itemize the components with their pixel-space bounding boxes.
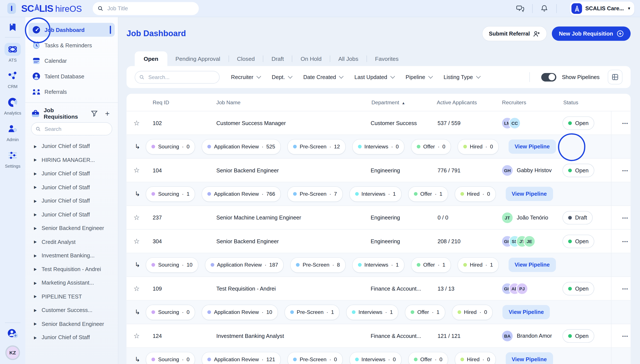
tab-pending-approval[interactable]: Pending Approval — [167, 56, 228, 62]
stage-chip-sourcing[interactable]: Sourcing·1 — [146, 186, 195, 202]
stage-chip-interviews[interactable]: Interviews·0 — [349, 352, 402, 364]
requisition-list-item[interactable]: ▶Senior Backend Engineer — [25, 317, 118, 331]
stage-chip-sourcing[interactable]: Sourcing·0 — [146, 139, 195, 154]
sidebar-item-calendar[interactable]: Calendar — [29, 54, 115, 68]
stage-chip-pre-screen[interactable]: Pre-Screen·8 — [290, 257, 346, 272]
table-row[interactable]: ☆ 304 Senior Backend Engineer Engineerin… — [126, 230, 630, 253]
job-name[interactable]: Senior Backend Engineer — [216, 167, 279, 174]
bookmark-icon[interactable] — [9, 23, 17, 32]
stage-chip-application-review[interactable]: Application Review·10 — [202, 304, 278, 320]
view-pipeline-button[interactable]: View Pipeline — [506, 352, 553, 364]
table-search-input[interactable] — [147, 74, 215, 80]
table-row[interactable]: ☆ 102 Customer Success Manager Customer … — [126, 111, 630, 135]
expand-caret-icon[interactable]: ▶ — [34, 199, 37, 203]
stage-chip-sourcing[interactable]: Sourcing·10 — [146, 257, 198, 272]
add-requisition-button[interactable]: + — [103, 109, 112, 118]
view-pipeline-button[interactable]: View Pipeline — [508, 258, 556, 272]
rail-item-settings[interactable]: Settings — [5, 149, 21, 168]
last-updated-filter-dropdown[interactable]: Last Updated — [355, 74, 394, 80]
stage-chip-application-review[interactable]: Application Review·187 — [205, 257, 284, 272]
expand-caret-icon[interactable]: ▶ — [34, 240, 37, 244]
tab-on-hold[interactable]: On Hold — [292, 56, 330, 62]
more-menu-button[interactable]: ••• — [616, 121, 631, 125]
expand-caret-icon[interactable]: ▶ — [34, 254, 37, 258]
job-title-search-input[interactable] — [107, 5, 193, 12]
sort-asc-icon[interactable]: ▲ — [402, 101, 405, 105]
requisition-list-item[interactable]: ▶HIRING MANAGER... — [25, 153, 118, 167]
tab-favorites[interactable]: Favorites — [367, 56, 407, 62]
requisition-list-item[interactable]: ▶Customer Success... — [25, 304, 118, 317]
expand-caret-icon[interactable]: ▶ — [34, 267, 37, 271]
requisition-list-item[interactable]: ▶Test Requisition - Andrei — [25, 262, 118, 276]
favorite-star-icon[interactable]: ☆ — [134, 237, 140, 246]
col-job-name[interactable]: Job Name — [216, 99, 240, 106]
account-switcher[interactable]: SCALIS Care... ▾ — [570, 2, 634, 16]
requisition-list-item[interactable]: ▶Senior Backend Engineer — [25, 222, 118, 235]
stage-chip-interviews[interactable]: Interviews·1 — [349, 186, 402, 202]
stage-chip-hired[interactable]: Hired·0 — [455, 186, 496, 202]
stage-chip-hired[interactable]: Hired·0 — [455, 352, 496, 364]
tab-closed[interactable]: Closed — [229, 56, 263, 62]
sidebar-item-talent-database[interactable]: Talent Database — [29, 69, 115, 83]
favorite-star-icon[interactable]: ☆ — [134, 166, 140, 174]
notifications-bell-icon[interactable] — [539, 3, 550, 14]
tab-open[interactable]: Open — [135, 52, 167, 66]
job-name[interactable]: Customer Success Manager — [216, 120, 286, 126]
stage-chip-offer[interactable]: Offer·0 — [411, 139, 451, 154]
requisition-list-item[interactable]: ▶Junior Chief of Staff — [25, 330, 118, 344]
messages-icon[interactable] — [515, 3, 526, 14]
expand-caret-icon[interactable]: ▶ — [34, 308, 37, 312]
requisition-list-item[interactable]: ▶Junior Chief of Staff — [25, 140, 118, 153]
filter-funnel-icon[interactable] — [90, 109, 99, 118]
listing-type-filter-dropdown[interactable]: Listing Type — [443, 74, 480, 80]
requisition-list-item[interactable]: ▶Marketing Assistant... — [25, 276, 118, 290]
sidebar-collapse-button[interactable] — [7, 3, 16, 14]
date-created-filter-dropdown[interactable]: Date Created — [303, 74, 343, 80]
col-status[interactable]: Status — [563, 99, 578, 106]
stage-chip-interviews[interactable]: Interviews·1 — [352, 257, 405, 272]
job-name[interactable]: Senior Backend Engineer — [216, 238, 279, 244]
tab-all-jobs[interactable]: All Jobs — [330, 56, 367, 62]
expand-caret-icon[interactable]: ▶ — [34, 281, 37, 285]
dept-filter-dropdown[interactable]: Dept. — [272, 74, 292, 80]
rail-item-admin[interactable]: Admin — [5, 122, 21, 142]
col-department[interactable]: Department▲ — [372, 99, 405, 106]
favorite-star-icon[interactable]: ☆ — [134, 118, 140, 127]
new-job-requisition-button[interactable]: New Job Requisition — [552, 26, 630, 41]
col-req-id[interactable]: Req ID — [153, 99, 169, 106]
requisition-list-item[interactable]: ▶PIPELINE TEST — [25, 290, 118, 304]
stage-chip-offer[interactable]: Offer·1 — [405, 304, 445, 320]
stage-chip-interviews[interactable]: Interviews·0 — [352, 139, 405, 154]
add-user-icon[interactable] — [7, 328, 18, 339]
more-menu-button[interactable]: ••• — [616, 215, 631, 220]
pipeline-filter-dropdown[interactable]: Pipeline — [406, 74, 432, 80]
stage-chip-pre-screen[interactable]: Pre-Screen·7 — [287, 186, 343, 202]
stage-chip-sourcing[interactable]: Sourcing·0 — [146, 304, 195, 320]
table-search[interactable] — [135, 71, 219, 83]
more-menu-button[interactable]: ••• — [616, 239, 631, 244]
col-recruiters[interactable]: Recruiters — [502, 99, 526, 106]
favorite-star-icon[interactable]: ☆ — [134, 332, 140, 340]
stage-chip-interviews[interactable]: Interviews·1 — [346, 304, 399, 320]
requisition-list-item[interactable]: ▶Credit Analyst — [25, 235, 118, 249]
expand-caret-icon[interactable]: ▶ — [34, 294, 37, 299]
show-pipelines-toggle[interactable] — [541, 73, 556, 81]
more-menu-button[interactable]: ••• — [616, 168, 631, 172]
job-name[interactable]: Test Requisition - Andrei — [216, 286, 276, 292]
table-row[interactable]: ☆ 237 Senior Machine Learning Engineer E… — [126, 206, 630, 230]
stage-chip-offer[interactable]: Offer·1 — [408, 186, 448, 202]
stage-chip-pre-screen[interactable]: Pre-Screen·1 — [284, 304, 340, 320]
expand-caret-icon[interactable]: ▶ — [34, 226, 37, 230]
job-title-search[interactable] — [93, 2, 199, 15]
submit-referral-button[interactable]: Submit Referral — [482, 26, 547, 41]
stage-chip-pre-screen[interactable]: Pre-Screen·0 — [287, 352, 343, 364]
stage-chip-application-review[interactable]: Application Review·121 — [202, 352, 281, 364]
sidebar-item-job-dashboard[interactable]: Job Dashboard — [29, 23, 115, 37]
more-menu-button[interactable]: ••• — [616, 286, 631, 291]
table-row[interactable]: ☆ 109 Test Requisition - Andrei Finance … — [126, 277, 630, 300]
rail-item-analytics[interactable]: Analytics — [4, 96, 21, 116]
expand-caret-icon[interactable]: ▶ — [34, 144, 37, 148]
stage-chip-sourcing[interactable]: Sourcing·0 — [146, 352, 195, 364]
table-view-button[interactable] — [608, 70, 623, 84]
sidebar-item-referrals[interactable]: Referrals — [29, 85, 115, 99]
